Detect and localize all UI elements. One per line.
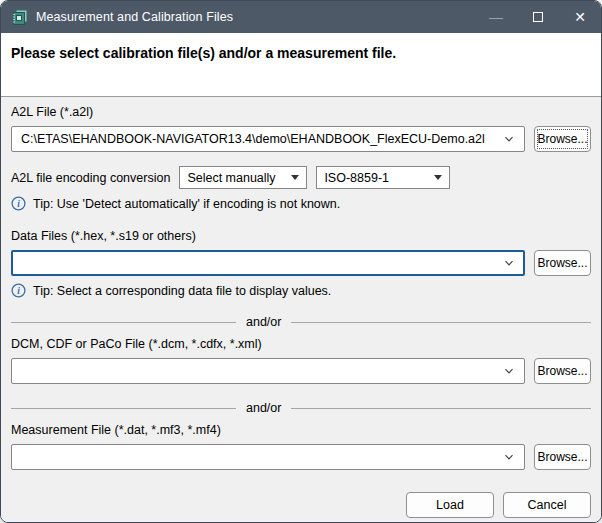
page-title: Please select calibration file(s) and/or… [11, 45, 591, 61]
close-button[interactable]: ✕ [559, 1, 601, 33]
encoding-mode-dropdown[interactable]: Select manually [179, 166, 307, 189]
dropdown-arrow-icon[interactable] [434, 175, 442, 180]
minimize-button: — [475, 1, 517, 33]
separator-text: and/or [246, 401, 281, 415]
separator-line [11, 322, 236, 323]
close-icon: ✕ [574, 10, 586, 24]
window-title: Measurement and Calibration Files [36, 10, 233, 24]
dcm-file-label: DCM, CDF or PaCo File (*.dcm, *.cdfx, *.… [11, 337, 591, 351]
a2l-file-label: A2L File (*.a2l) [11, 105, 591, 119]
load-button[interactable]: Load [406, 492, 494, 518]
header-band: Please select calibration file(s) and/or… [1, 33, 601, 97]
svg-text:i: i [17, 286, 20, 296]
svg-text:i: i [17, 199, 20, 209]
encoding-charset-value: ISO-8859-1 [324, 171, 389, 185]
minimize-icon: — [489, 9, 503, 25]
chevron-down-icon[interactable] [503, 133, 515, 145]
separator-line [291, 322, 591, 323]
dcm-browse-button[interactable]: Browse... [534, 358, 591, 384]
and-or-separator: and/or [11, 401, 591, 415]
encoding-tip-text: Tip: Use 'Detect automatically' if encod… [33, 197, 340, 211]
chevron-down-icon[interactable] [503, 365, 515, 377]
encoding-label: A2L file encoding conversion [11, 171, 170, 185]
dialog-content: A2L File (*.a2l) C:\ETAS\EHANDBOOK-NAVIG… [1, 97, 601, 523]
a2l-file-value: C:\ETAS\EHANDBOOK-NAVIGATOR13.4\demo\EHA… [21, 132, 485, 146]
data-files-combobox[interactable] [11, 250, 525, 276]
measurement-calibration-dialog: Measurement and Calibration Files — ✕ Pl… [0, 0, 602, 523]
dcm-file-combobox[interactable] [11, 358, 525, 384]
cancel-button[interactable]: Cancel [503, 492, 591, 518]
info-icon: i [11, 283, 26, 298]
measurement-file-label: Measurement File (*.dat, *.mf3, *.mf4) [11, 423, 591, 437]
footer-button-bar: Load Cancel [11, 492, 591, 518]
data-files-label: Data Files (*.hex, *.s19 or others) [11, 229, 591, 243]
a2l-file-combobox[interactable]: C:\ETAS\EHANDBOOK-NAVIGATOR13.4\demo\EHA… [11, 126, 525, 152]
maximize-icon [533, 12, 543, 22]
separator-line [291, 408, 591, 409]
encoding-charset-dropdown[interactable]: ISO-8859-1 [316, 166, 450, 189]
chevron-down-icon[interactable] [503, 257, 515, 269]
data-files-tip: i Tip: Select a corresponding data file … [11, 283, 591, 298]
title-bar: Measurement and Calibration Files — ✕ [1, 1, 601, 33]
app-icon [11, 9, 28, 26]
dropdown-arrow-icon[interactable] [291, 175, 299, 180]
measurement-file-combobox[interactable] [11, 444, 525, 470]
a2l-browse-button[interactable]: Browse... [534, 126, 591, 152]
maximize-button[interactable] [517, 1, 559, 33]
encoding-tip: i Tip: Use 'Detect automatically' if enc… [11, 196, 591, 211]
separator-text: and/or [246, 315, 281, 329]
info-icon: i [11, 196, 26, 211]
and-or-separator: and/or [11, 315, 591, 329]
measurement-browse-button[interactable]: Browse... [534, 444, 591, 470]
data-files-tip-text: Tip: Select a corresponding data file to… [33, 284, 331, 298]
chevron-down-icon[interactable] [503, 451, 515, 463]
encoding-mode-value: Select manually [187, 171, 275, 185]
separator-line [11, 408, 236, 409]
data-files-browse-button[interactable]: Browse... [534, 250, 591, 276]
